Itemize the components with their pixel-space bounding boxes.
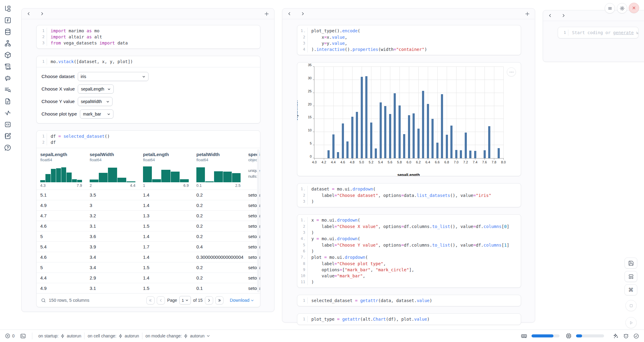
code-line[interactable]: y=y.value, xyxy=(308,40,347,46)
autorun-config-segment[interactable]: on module change:autorun xyxy=(145,333,210,338)
autorun-config-segment[interactable]: on startup:autorun xyxy=(38,333,81,338)
last-page-button[interactable] xyxy=(215,296,224,305)
download-button[interactable]: Download xyxy=(228,297,256,303)
code-line[interactable]: value="mark_bar", xyxy=(308,273,365,279)
code-line[interactable]: selected_dataset = getattr(data, dataset… xyxy=(308,297,432,304)
code-line[interactable]: mo.vstack([dataset, x, y, plot]) xyxy=(47,59,133,65)
help-circle-icon[interactable] xyxy=(4,144,12,151)
chevron-right-icon[interactable] xyxy=(40,12,44,16)
code-editor[interactable]: 1⌄dataset = mo.ui.dropdown(2 label="Choo… xyxy=(297,183,521,207)
code-line[interactable]: label="Choose dataset", options=data.lis… xyxy=(308,192,491,198)
dropdown-select[interactable]: sepalLength xyxy=(78,84,114,94)
scroll-text-icon[interactable] xyxy=(4,63,12,70)
connection-status-icon[interactable] xyxy=(633,333,639,339)
fold-chevron-icon[interactable]: ⌄ xyxy=(304,188,305,191)
chevron-left-icon[interactable] xyxy=(548,13,552,18)
function-square-icon[interactable] xyxy=(4,16,12,24)
code-line[interactable]: label="Choose Y value", options=df.colum… xyxy=(308,242,509,248)
close-icon[interactable] xyxy=(629,3,639,13)
code-line[interactable]: plot_type = getattr(alt.Chart(df), plot.… xyxy=(308,316,430,322)
plot-type-cell[interactable]: 1plot_type = getattr(alt.Chart(df), plot… xyxy=(297,313,521,325)
chevron-left-icon[interactable] xyxy=(27,12,31,16)
code-editor[interactable]: 1plot_type = getattr(alt.Chart(df), plot… xyxy=(297,314,521,325)
code-editor[interactable]: 1⌄x = mo.ui.dropdown(2 label="Choose X v… xyxy=(297,215,521,287)
empty-cell[interactable]: 1 Start coding or generate with xyxy=(558,27,639,38)
selected-dataset-cell[interactable]: 1selected_dataset = getattr(data, datase… xyxy=(297,295,521,306)
imports-cell[interactable]: 1import marimo as mo2import altair as al… xyxy=(36,25,260,49)
file-tree-icon[interactable] xyxy=(4,5,12,12)
page-select[interactable]: 1 xyxy=(179,296,191,305)
code-line[interactable]: x = mo.ui.dropdown( xyxy=(308,217,360,223)
notebook-pen-icon[interactable] xyxy=(4,132,12,140)
code-line[interactable]: label="Choose X value", options=df.colum… xyxy=(308,223,509,230)
dropdown-select[interactable]: iris xyxy=(78,72,148,81)
dropdown-select[interactable]: sepalWidth xyxy=(78,97,113,106)
code-line[interactable]: from vega_datasets import data xyxy=(47,40,128,46)
chevron-left-icon[interactable] xyxy=(287,12,292,16)
code-line[interactable]: df xyxy=(47,139,56,145)
fold-chevron-icon[interactable]: ⌄ xyxy=(304,30,305,33)
code-line[interactable]: ).interactive().properties(width="contai… xyxy=(308,46,427,52)
column-header-petalWidth[interactable]: petalWidthfloat640.12.5 xyxy=(196,152,248,188)
code-line[interactable]: x=x.value, xyxy=(308,34,347,40)
save-icon[interactable] xyxy=(624,258,637,269)
list-search-icon[interactable] xyxy=(4,86,12,93)
xy-plot-dropdowns-cell[interactable]: 1⌄x = mo.ui.dropdown(2 label="Choose X v… xyxy=(297,214,521,288)
dataset-dropdown-cell[interactable]: 1⌄dataset = mo.ui.dropdown(2 label="Choo… xyxy=(297,183,521,207)
prev-page-button[interactable] xyxy=(157,296,165,305)
autorun-config-segment[interactable]: on cell change:autorun xyxy=(88,333,139,338)
assistant-icon[interactable] xyxy=(623,333,629,339)
fold-chevron-icon[interactable]: ⌄ xyxy=(304,256,305,259)
ai-sparkles-icon[interactable] xyxy=(613,333,619,339)
code-line[interactable]: y = mo.ui.dropdown( xyxy=(308,236,360,242)
code-snippet-icon[interactable] xyxy=(4,121,12,128)
code-line[interactable]: ) xyxy=(308,198,314,205)
add-cell-icon[interactable] xyxy=(525,11,530,16)
add-cell-icon[interactable] xyxy=(264,11,269,16)
network-icon[interactable] xyxy=(4,40,12,47)
code-editor[interactable]: 1selected_dataset = getattr(data, datase… xyxy=(297,295,521,306)
fold-chevron-icon[interactable]: ⌄ xyxy=(304,237,305,240)
code-line[interactable]: import altair as alt xyxy=(47,34,102,40)
terminal-icon[interactable] xyxy=(20,333,26,339)
generate-link[interactable]: generate xyxy=(613,30,634,35)
plot-encode-cell[interactable]: 1⌄plot_type().encode(2 x=x.value,3 y=y.v… xyxy=(297,25,521,55)
vstack-cell[interactable]: 1mo.vstack([dataset, x, y, plot]) Choose… xyxy=(36,56,260,123)
bot-message-icon[interactable] xyxy=(4,74,12,82)
package-icon[interactable] xyxy=(4,51,12,59)
code-line[interactable]: options=["mark_bar", "mark_circle"], xyxy=(308,267,414,273)
run-icon[interactable] xyxy=(625,317,637,328)
table-scrollbar[interactable] xyxy=(257,149,259,292)
chevron-right-icon[interactable] xyxy=(561,13,566,18)
keyboard-shortcuts-icon[interactable]: ⌘ xyxy=(624,284,637,295)
fold-chevron-icon[interactable]: ⌄ xyxy=(304,219,305,222)
chart-actions-icon[interactable] xyxy=(507,67,516,77)
code-editor[interactable]: 1import marimo as mo2import altair as al… xyxy=(37,25,260,48)
first-page-button[interactable] xyxy=(146,296,155,305)
column-header-sepalLength[interactable]: sepalLengthfloat644.37.9 xyxy=(40,152,90,188)
code-line[interactable]: plot_type().encode( xyxy=(308,28,360,34)
code-line[interactable]: ) xyxy=(308,279,314,285)
code-line[interactable]: label="Choose plot type", xyxy=(308,261,386,267)
chevron-right-icon[interactable] xyxy=(301,12,305,16)
code-line[interactable]: ) xyxy=(308,248,314,254)
code-line[interactable]: plot = mo.ui.dropdown( xyxy=(308,254,368,261)
code-line[interactable]: dataset = mo.ui.dropdown( xyxy=(308,186,376,192)
column-header-sepalWidth[interactable]: sepalWidthfloat6424.4 xyxy=(90,152,143,188)
stop-icon[interactable] xyxy=(625,300,637,311)
dataframe-cell[interactable]: 1df = selected_dataset()2df sepalLengthf… xyxy=(36,130,260,307)
code-line[interactable]: import marimo as mo xyxy=(47,28,99,34)
errors-indicator[interactable]: 0 xyxy=(5,333,15,339)
code-editor[interactable]: 1mo.vstack([dataset, x, y, plot]) xyxy=(37,56,260,67)
code-line[interactable]: ) xyxy=(308,230,314,236)
chart-canvas[interactable]: 051015202530354.04.24.44.64.85.05.25.45.… xyxy=(314,67,503,159)
code-editor[interactable]: 1⌄plot_type().encode(2 x=x.value,3 y=y.v… xyxy=(297,25,521,55)
next-page-button[interactable] xyxy=(205,296,213,305)
activity-icon[interactable] xyxy=(4,109,12,116)
file-text-icon[interactable] xyxy=(4,98,12,105)
code-line[interactable]: df = selected_dataset() xyxy=(47,133,110,139)
database-icon[interactable] xyxy=(4,28,12,35)
column-header-petalLength[interactable]: petalLengthfloat6416.9 xyxy=(143,152,196,188)
app-view-icon[interactable] xyxy=(624,271,637,282)
search-icon[interactable] xyxy=(41,298,46,303)
